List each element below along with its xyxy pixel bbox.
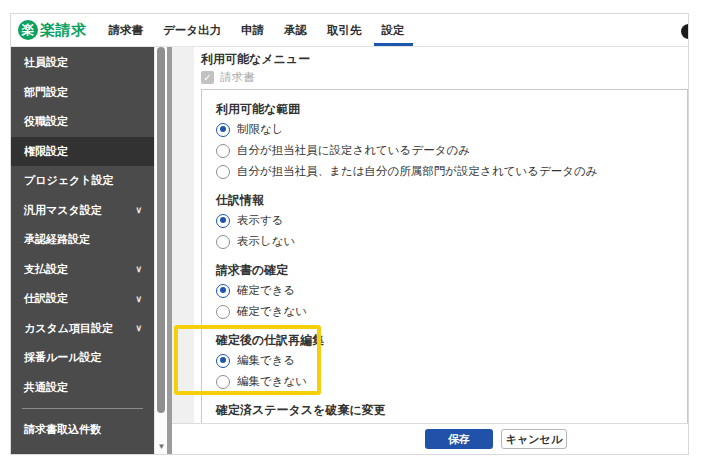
radio-selected-icon[interactable] — [216, 284, 230, 298]
sidebar-item-10[interactable]: 採番ルール設定 — [11, 343, 154, 373]
nav-tab-5[interactable]: 設定 — [372, 14, 415, 46]
sidebar-item-label: 共通設定 — [24, 380, 68, 395]
radio-option-label: 自分が担当社員、または自分の所属部門が設定されているデータのみ — [237, 164, 598, 179]
radio-option-label: 表示しない — [237, 234, 295, 249]
option-group-label: 仕訳情報 — [216, 193, 673, 207]
radio-unselected-icon[interactable] — [216, 375, 230, 389]
radio-option[interactable]: 自分が担当社員に設定されているデータのみ — [216, 143, 673, 158]
radio-unselected-icon[interactable] — [216, 165, 230, 179]
app-window: 楽 楽請求 請求書データ出力申請承認取引先設定 社員設定部門設定役職設定権限設定… — [10, 13, 689, 455]
nav-tab-1[interactable]: データ出力 — [153, 14, 231, 46]
radio-option-label: 確定できない — [237, 304, 307, 319]
radio-unselected-icon[interactable] — [216, 235, 230, 249]
nav-tab-3[interactable]: 承認 — [274, 14, 317, 46]
save-button[interactable]: 保存 — [425, 429, 493, 449]
checkbox-checked-disabled-icon[interactable]: ✓ — [201, 71, 214, 84]
nav-tab-2[interactable]: 申請 — [231, 14, 274, 46]
sidebar-item-label: カスタム項目設定 — [24, 321, 113, 336]
sidebar: 社員設定部門設定役職設定権限設定プロジェクト設定汎用マスタ設定∨承認経路設定支払… — [11, 47, 154, 454]
sidebar-item-9[interactable]: カスタム項目設定∨ — [11, 314, 154, 344]
radio-unselected-icon[interactable] — [216, 144, 230, 158]
radio-option[interactable]: 編集できる — [216, 353, 673, 368]
user-avatar[interactable] — [681, 24, 689, 39]
sidebar-item-1[interactable]: 部門設定 — [11, 78, 154, 108]
option-group-label: 請求書の確定 — [216, 263, 673, 277]
sidebar-item-label: 支払設定 — [24, 262, 68, 277]
sidebar-item-label: 仕訳設定 — [24, 291, 68, 306]
sidebar-item-label: 部門設定 — [24, 85, 68, 100]
brand-logo: 楽 楽請求 — [18, 20, 87, 40]
permission-options-box: 利用可能な範囲制限なし自分が担当社員に設定されているデータのみ自分が担当社員、ま… — [201, 89, 688, 423]
chevron-down-icon: ∨ — [135, 323, 142, 333]
sidebar-item-8[interactable]: 仕訳設定∨ — [11, 284, 154, 314]
page: 楽 楽請求 請求書データ出力申請承認取引先設定 社員設定部門設定役職設定権限設定… — [0, 0, 707, 468]
radio-option[interactable]: 制限なし — [216, 122, 673, 137]
sidebar-item-11[interactable]: 共通設定 — [11, 373, 154, 403]
sidebar-item-label: 請求書取込件数 — [24, 422, 101, 437]
content-area: 利用可能なメニュー ✓ 請求書 利用可能な範囲制限なし自分が担当社員に設定されて… — [172, 47, 688, 454]
radio-option[interactable]: 確定できる — [216, 283, 673, 298]
radio-unselected-icon[interactable] — [216, 305, 230, 319]
option-group-1: 仕訳情報表示する表示しない — [216, 193, 673, 249]
sidebar-item-4[interactable]: プロジェクト設定 — [11, 166, 154, 196]
chevron-down-icon: ∨ — [135, 205, 142, 215]
radio-option[interactable]: 表示しない — [216, 234, 673, 249]
brand-logo-icon: 楽 — [18, 20, 38, 40]
radio-option[interactable]: 確定できない — [216, 304, 673, 319]
radio-option-label: 編集できる — [237, 353, 295, 368]
menu-checkbox-label: 請求書 — [220, 70, 255, 85]
sidebar-item-3[interactable]: 権限設定 — [11, 137, 154, 167]
content-scroll-region: 利用可能なメニュー ✓ 請求書 利用可能な範囲制限なし自分が担当社員に設定されて… — [172, 47, 688, 423]
radio-option-label: 編集できない — [237, 374, 307, 389]
option-group-0: 利用可能な範囲制限なし自分が担当社員に設定されているデータのみ自分が担当社員、ま… — [216, 102, 673, 179]
sidebar-item-label: 承認経路設定 — [24, 232, 90, 247]
chevron-down-icon: ∨ — [135, 264, 142, 274]
option-group-label: 確定済ステータスを破棄に変更 — [216, 403, 673, 417]
menu-checkbox-row: ✓ 請求書 — [201, 70, 688, 84]
radio-option-label: 制限なし — [237, 122, 284, 137]
sidebar-item-7[interactable]: 支払設定∨ — [11, 255, 154, 285]
sidebar-divider — [22, 408, 143, 409]
sidebar-item-6[interactable]: 承認経路設定 — [11, 225, 154, 255]
top-nav: 請求書データ出力申請承認取引先設定 — [99, 14, 415, 46]
radio-option-label: 自分が担当社員に設定されているデータのみ — [237, 143, 470, 158]
cancel-button[interactable]: キャンセル — [501, 429, 567, 449]
sidebar-item-label: 役職設定 — [24, 114, 68, 129]
section-title: 利用可能なメニュー — [201, 53, 688, 66]
radio-selected-icon[interactable] — [216, 214, 230, 228]
footer-buttons: 保存 キャンセル — [425, 429, 567, 449]
sidebar-item-label: 採番ルール設定 — [24, 350, 102, 365]
scroll-down-arrow-icon[interactable]: ▼ — [155, 440, 168, 452]
nav-tab-0[interactable]: 請求書 — [99, 14, 154, 46]
radio-option[interactable]: 自分が担当社員、または自分の所属部門が設定されているデータのみ — [216, 164, 673, 179]
sidebar-item-label: 汎用マスタ設定 — [24, 203, 102, 218]
sidebar-item-label: 社員設定 — [24, 55, 68, 70]
brand-logo-text: 楽請求 — [40, 21, 87, 40]
radio-option-label: 確定できる — [237, 283, 295, 298]
option-group-label: 利用可能な範囲 — [216, 102, 673, 116]
option-group-3: 確定後の仕訳再編集編集できる編集できない — [216, 333, 673, 389]
radio-option-label: 表示する — [237, 213, 284, 228]
radio-selected-icon[interactable] — [216, 123, 230, 137]
sidebar-scrollbar[interactable]: ▼ — [154, 47, 167, 454]
sidebar-scrollbar-thumb[interactable] — [157, 47, 165, 413]
radio-option[interactable]: 表示する — [216, 213, 673, 228]
option-group-2: 請求書の確定確定できる確定できない — [216, 263, 673, 319]
radio-option[interactable]: 編集できない — [216, 374, 673, 389]
sidebar-item-13[interactable]: 請求書取込件数 — [11, 415, 154, 445]
option-group-label: 確定後の仕訳再編集 — [216, 333, 673, 347]
body: 社員設定部門設定役職設定権限設定プロジェクト設定汎用マスタ設定∨承認経路設定支払… — [11, 47, 688, 454]
option-group-4: 確定済ステータスを破棄に変更 — [216, 403, 673, 423]
sidebar-item-0[interactable]: 社員設定 — [11, 48, 154, 78]
sidebar-item-label: プロジェクト設定 — [24, 173, 114, 188]
sidebar-item-label: 権限設定 — [24, 144, 68, 159]
nav-tab-4[interactable]: 取引先 — [317, 14, 372, 46]
sidebar-item-2[interactable]: 役職設定 — [11, 107, 154, 137]
chevron-down-icon: ∨ — [135, 294, 142, 304]
radio-selected-icon[interactable] — [216, 354, 230, 368]
settings-panel: 利用可能なメニュー ✓ 請求書 利用可能な範囲制限なし自分が担当社員に設定されて… — [194, 47, 688, 423]
footer-bar: 保存 キャンセル — [172, 423, 688, 454]
header: 楽 楽請求 請求書データ出力申請承認取引先設定 — [11, 14, 688, 47]
sidebar-item-5[interactable]: 汎用マスタ設定∨ — [11, 196, 154, 226]
